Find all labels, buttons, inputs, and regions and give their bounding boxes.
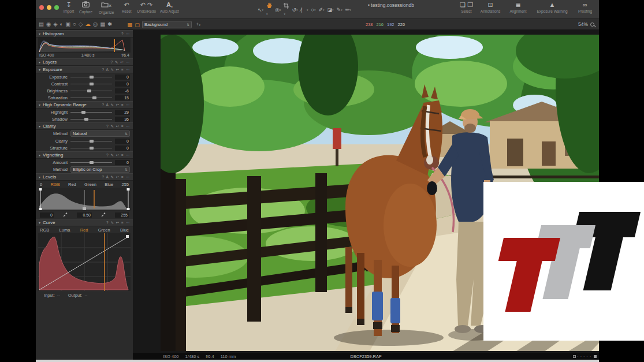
clarity-header-icons[interactable]: ? ✎ ↩ ≡ ⋯: [106, 124, 130, 129]
clarity-value[interactable]: 0: [115, 139, 130, 144]
exposure-warning-button[interactable]: ▲ Exposure Warning: [534, 1, 570, 13]
vignetting-header-icons[interactable]: ? ✎ ↩ ≡ ⋯: [106, 153, 130, 158]
levels-shadow-input[interactable]: 0: [40, 212, 54, 218]
erase-mask-tool[interactable]: ◪▾: [327, 6, 334, 13]
zoom-window-button[interactable]: [54, 5, 59, 10]
histogram-header-icons[interactable]: ? ⋯: [121, 32, 130, 36]
rotate-tool[interactable]: ↺▾: [291, 6, 298, 13]
info-tab-icon[interactable]: ◉: [46, 20, 51, 28]
metadata-tab-icon[interactable]: ▦: [100, 20, 105, 28]
levels-header-icons[interactable]: ? A ✎ ↩ ≡ ⋯: [102, 175, 130, 180]
curve-graph[interactable]: [38, 233, 131, 291]
library-tab-icon[interactable]: ▤: [39, 20, 44, 28]
minimize-window-button[interactable]: [47, 5, 51, 10]
select-cursor-tool[interactable]: ↖▾: [257, 6, 264, 13]
levels-tab-green[interactable]: Green: [84, 182, 96, 187]
curve-tab-red[interactable]: Red: [80, 227, 88, 233]
adjustments-tab-icon[interactable]: ☁: [85, 20, 91, 28]
curve-section-header[interactable]: ▾ Curve ? ✎ ↩ ≡ ⋯: [36, 219, 133, 226]
structure-value[interactable]: 0: [115, 145, 130, 151]
saturation-slider[interactable]: [70, 95, 112, 100]
levels-histogram[interactable]: [38, 188, 131, 211]
layers-section-header[interactable]: ▾ Layers ? ✎ ↩ ⋯: [36, 58, 133, 66]
color-tab-icon[interactable]: ◈: [53, 20, 57, 28]
close-window-button[interactable]: [39, 5, 44, 10]
vignetting-method-select[interactable]: Elliptic on Crop ⇅: [70, 166, 130, 173]
layer-grid-icon[interactable]: ▦: [127, 21, 132, 28]
curve-tab-blue[interactable]: Blue: [120, 227, 129, 233]
levels-mid-input[interactable]: 0.50: [77, 212, 92, 218]
curve-input-value: --: [57, 293, 60, 298]
layers-header-icons[interactable]: ? ✎ ↩ ⋯: [111, 60, 130, 65]
pan-hand-tool[interactable]: ▾: [266, 2, 273, 17]
levels-section-header[interactable]: ▾ Levels ? A ✎ ↩ ≡ ⋯: [36, 173, 133, 181]
shape-tab-icon[interactable]: ◇: [79, 20, 83, 28]
curve-tab-luma[interactable]: Luma: [59, 227, 70, 233]
stepper-icon: ⇅: [187, 23, 189, 27]
structure-slider[interactable]: [70, 145, 112, 150]
clarity-slider[interactable]: [70, 139, 112, 143]
exif-iso: ISO 400: [39, 53, 54, 57]
zoom-control[interactable]: 54%: [578, 21, 594, 27]
exposure-header-icons[interactable]: ? A ✎ ↩ ≡ ⋯: [102, 68, 130, 72]
reset-button[interactable]: ↶ Reset: [120, 1, 133, 13]
levels-tab-rgb[interactable]: RGB: [50, 182, 59, 187]
session-title: testing.cosessiondb: [371, 2, 414, 8]
histogram-section-header[interactable]: ▾ Histogram ? ⋯: [36, 30, 133, 38]
saturation-value[interactable]: 15: [115, 95, 130, 100]
annotations-button[interactable]: ⊡ Annotations: [479, 1, 502, 13]
levels-tab-blue[interactable]: Blue: [105, 182, 113, 187]
thumbnail-zoom-slider[interactable]: ·····: [573, 355, 597, 358]
crop-tool[interactable]: ▾: [283, 3, 289, 17]
contrast-value[interactable]: 0: [115, 81, 130, 87]
clarity-method-value: Natural: [73, 131, 87, 136]
curve-header-icons[interactable]: ? ✎ ↩ ≡ ⋯: [106, 221, 130, 225]
layer-single-icon[interactable]: ▢: [135, 21, 140, 28]
hdr-header-icons[interactable]: ? A ✎ ↩ ≡ ⋯: [102, 103, 130, 107]
amount-value[interactable]: 0: [115, 160, 130, 165]
layer-select[interactable]: Background ⇅: [142, 21, 192, 28]
draw-mask-tool[interactable]: ✐▾: [318, 6, 325, 13]
highlight-picker-icon[interactable]: [101, 212, 106, 218]
shadow-picker-icon[interactable]: [63, 212, 68, 218]
vignetting-section-header[interactable]: ▾ Vignetting ? ✎ ↩ ≡ ⋯: [36, 151, 133, 159]
lens-tab-icon[interactable]: ○: [73, 20, 76, 28]
amount-slider[interactable]: [70, 160, 112, 165]
spot-removal-tool[interactable]: ○▾: [311, 6, 317, 13]
straighten-tool[interactable]: ∕⎸▾: [300, 6, 309, 13]
highlight-value[interactable]: 29: [115, 110, 130, 115]
exposure-slider[interactable]: [70, 74, 112, 79]
contrast-slider[interactable]: [70, 81, 112, 86]
add-layer-button[interactable]: +▾: [196, 21, 200, 27]
loupe-tool[interactable]: ◎▾: [274, 6, 281, 13]
brightness-slider[interactable]: [70, 88, 112, 93]
hdr-section-header[interactable]: ▾ High Dynamic Range ? A ✎ ↩ ≡ ⋯: [36, 101, 133, 109]
alignment-button[interactable]: ≣ Alignment: [508, 1, 528, 13]
organize-button[interactable]: × Organize: [96, 1, 116, 14]
curve-tab-green[interactable]: Green: [98, 227, 110, 233]
levels-tab-red[interactable]: Red: [68, 182, 76, 187]
proofing-button[interactable]: ∞ Proofing: [576, 1, 594, 13]
capture-tab-icon[interactable]: ▣: [65, 20, 70, 28]
exposure-section-header[interactable]: ▾ Exposure ? A ✎ ↩ ≡ ⋯: [36, 66, 133, 73]
shadow-value[interactable]: 36: [115, 117, 130, 122]
brightness-value[interactable]: -6: [115, 88, 130, 94]
details-tab-icon[interactable]: ◎: [93, 20, 98, 28]
main-toolbar-right: ❏ ❐ Select ⊡ Annotations ≣ Alignment ▲ E…: [460, 1, 594, 13]
import-button[interactable]: ↧ Import: [62, 1, 75, 13]
capture-button[interactable]: Capture: [79, 1, 92, 14]
undo-redo-button[interactable]: ↶ ↷ Undo/Redo: [137, 1, 156, 13]
highlight-slider[interactable]: [70, 110, 112, 114]
clarity-method-select[interactable]: Natural ⇅: [70, 130, 130, 137]
select-viewer-button[interactable]: ❏ ❐ Select: [460, 1, 473, 13]
window-bottom-edge: [36, 360, 599, 362]
exposure-tab-icon[interactable]: ◐: [60, 20, 64, 28]
curve-tab-rgb[interactable]: RGB: [40, 227, 49, 233]
clarity-section-header[interactable]: ▾ Clarity ? ✎ ↩ ≡ ⋯: [36, 122, 133, 130]
shadow-slider[interactable]: [70, 117, 112, 121]
auto-adjust-button[interactable]: A‚ Auto Adjust: [160, 1, 179, 13]
settings-gear-icon[interactable]: ✱: [107, 20, 112, 28]
slider-row-structure: Structure 0: [36, 144, 133, 151]
exposure-value[interactable]: 0: [115, 74, 130, 80]
levels-highlight-input[interactable]: 255: [115, 212, 129, 218]
